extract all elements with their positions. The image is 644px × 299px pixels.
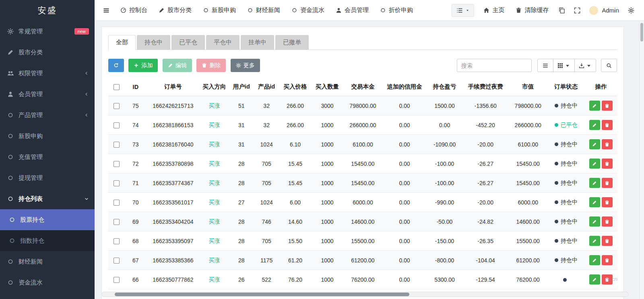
- search-toggle-button[interactable]: [601, 59, 617, 72]
- horizontal-scrollbar-thumb[interactable]: [115, 293, 409, 296]
- sidebar-item-4[interactable]: 产品管理: [0, 105, 95, 126]
- refresh-button[interactable]: [108, 59, 124, 72]
- row-edit-button[interactable]: [589, 255, 600, 265]
- column-header-12[interactable]: 订单状态: [547, 78, 585, 96]
- topnav-item-0[interactable]: 控制台: [115, 0, 153, 21]
- cell-market-value: 15450.00: [508, 154, 547, 173]
- row-edit-button[interactable]: [589, 274, 600, 285]
- row-delete-button[interactable]: [602, 274, 613, 285]
- column-header-7[interactable]: 交易本金: [343, 78, 382, 96]
- row-checkbox[interactable]: [114, 122, 120, 128]
- row-edit-button[interactable]: [589, 197, 600, 207]
- topnav-item-2[interactable]: 新股申购: [197, 0, 242, 21]
- copy-shortcut-button[interactable]: [555, 0, 569, 21]
- topnav-item-4[interactable]: 资金流水: [286, 0, 330, 21]
- sidebar-item-label: 新股申购: [19, 132, 43, 140]
- sidebar-item-8[interactable]: 持仓列表: [0, 188, 95, 209]
- column-header-4[interactable]: 产品id: [254, 78, 279, 96]
- sidebar-item-7[interactable]: 提现管理: [0, 167, 95, 188]
- row-checkbox[interactable]: [114, 161, 120, 167]
- toggle-view-button[interactable]: [537, 59, 553, 72]
- sidebar-item-5[interactable]: 新股申购: [0, 126, 95, 146]
- more-button[interactable]: 更多: [231, 59, 260, 72]
- column-header-8[interactable]: 追加的信用金: [382, 78, 427, 96]
- row-edit-button[interactable]: [589, 159, 600, 169]
- tab-2[interactable]: 已平仓: [171, 35, 205, 50]
- row-checkbox[interactable]: [114, 180, 120, 186]
- sidebar-item-1[interactable]: 股市分类: [0, 42, 95, 63]
- sidebar-item-2[interactable]: 权限管理: [0, 63, 95, 84]
- tab-0[interactable]: 全部: [108, 35, 136, 50]
- sidebar-item-0[interactable]: 常规管理new: [0, 21, 95, 42]
- horizontal-scrollbar[interactable]: [101, 292, 629, 297]
- row-checkbox[interactable]: [114, 142, 120, 148]
- edit-button[interactable]: 编辑: [163, 59, 192, 72]
- cell-principal: 6100.00: [343, 135, 382, 154]
- row-delete-button[interactable]: [602, 217, 613, 227]
- columns-button[interactable]: [553, 59, 575, 72]
- tab-1[interactable]: 持仓中: [137, 35, 170, 50]
- select-all-header[interactable]: [108, 78, 124, 96]
- row-delete-button[interactable]: [602, 255, 613, 265]
- column-header-11[interactable]: 市值: [508, 78, 547, 96]
- sidebar-item-10[interactable]: 资金流水: [0, 272, 95, 293]
- row-delete-button[interactable]: [602, 236, 613, 246]
- row-checkbox[interactable]: [114, 219, 120, 225]
- row-edit-button[interactable]: [589, 178, 600, 188]
- vertical-scrollbar[interactable]: [639, 21, 644, 299]
- topnav-item-6[interactable]: 折价申购: [374, 0, 419, 21]
- row-delete-button[interactable]: [602, 101, 613, 111]
- column-header-10[interactable]: 手续费过夜费: [462, 78, 509, 96]
- row-checkbox[interactable]: [114, 238, 120, 244]
- search-input[interactable]: [457, 59, 532, 72]
- fullscreen-button[interactable]: [570, 0, 584, 21]
- row-delete-button[interactable]: [602, 159, 613, 169]
- row-edit-button[interactable]: [589, 120, 600, 130]
- tab-5[interactable]: 已撤单: [275, 35, 309, 50]
- row-delete-button[interactable]: [602, 197, 613, 207]
- export-button[interactable]: [574, 59, 596, 72]
- sidebar-item-6[interactable]: 充值管理: [0, 146, 95, 167]
- column-header-13[interactable]: 操作: [584, 78, 617, 96]
- sidebar-subitem-8-1[interactable]: 指数持仓: [0, 230, 95, 251]
- column-header-5[interactable]: 买入价格: [279, 78, 311, 96]
- row-edit-button[interactable]: [589, 139, 600, 149]
- row-delete-button[interactable]: [602, 120, 613, 130]
- add-button[interactable]: 添加: [128, 59, 158, 72]
- sidebar-subitem-8-0[interactable]: 股票持仓: [0, 209, 95, 230]
- tabs-menu-button[interactable]: [452, 4, 474, 17]
- cell-direction: 买涨: [199, 96, 229, 115]
- settings-button[interactable]: [624, 0, 638, 21]
- row-checkbox[interactable]: [114, 277, 120, 283]
- vertical-scrollbar-thumb[interactable]: [640, 23, 643, 41]
- delete-button[interactable]: 删除: [196, 59, 226, 72]
- clear-cache-link[interactable]: 清除缓存: [510, 0, 554, 21]
- row-edit-button[interactable]: [589, 236, 600, 246]
- column-header-3[interactable]: 用户id: [229, 78, 254, 96]
- row-edit-button[interactable]: [589, 217, 600, 227]
- column-header-6[interactable]: 买入数量: [311, 78, 343, 96]
- topnav-item-3[interactable]: 财经新闻: [242, 0, 286, 21]
- row-checkbox[interactable]: [114, 103, 120, 109]
- column-header-0[interactable]: ID: [124, 78, 147, 96]
- row-checkbox[interactable]: [114, 258, 120, 264]
- admin-menu[interactable]: Admin: [585, 6, 623, 15]
- tab-3[interactable]: 平仓中: [206, 35, 239, 50]
- row-delete-button[interactable]: [602, 139, 613, 149]
- row-delete-button[interactable]: [602, 178, 613, 188]
- sidebar-item-9[interactable]: 财经新闻: [0, 251, 95, 272]
- topnav-item-5[interactable]: 会员管理: [330, 0, 374, 21]
- sidebar-item-3[interactable]: 会员管理: [0, 84, 95, 105]
- column-header-2[interactable]: 买入方向: [199, 78, 229, 96]
- column-header-9[interactable]: 持仓盈亏: [427, 78, 462, 96]
- row-edit-button[interactable]: [589, 101, 600, 111]
- topnav-item-1[interactable]: 股市分类: [153, 0, 197, 21]
- status-label: 持仓中: [561, 102, 578, 109]
- home-link[interactable]: 主页: [478, 0, 510, 21]
- column-header-1[interactable]: 订单号: [147, 78, 200, 96]
- row-checkbox[interactable]: [114, 200, 120, 206]
- tab-4[interactable]: 挂单中: [241, 35, 274, 50]
- sidebar-toggle-button[interactable]: [98, 0, 115, 21]
- select-all-checkbox[interactable]: [114, 84, 120, 90]
- cell-buy-qty: 1000: [311, 231, 343, 251]
